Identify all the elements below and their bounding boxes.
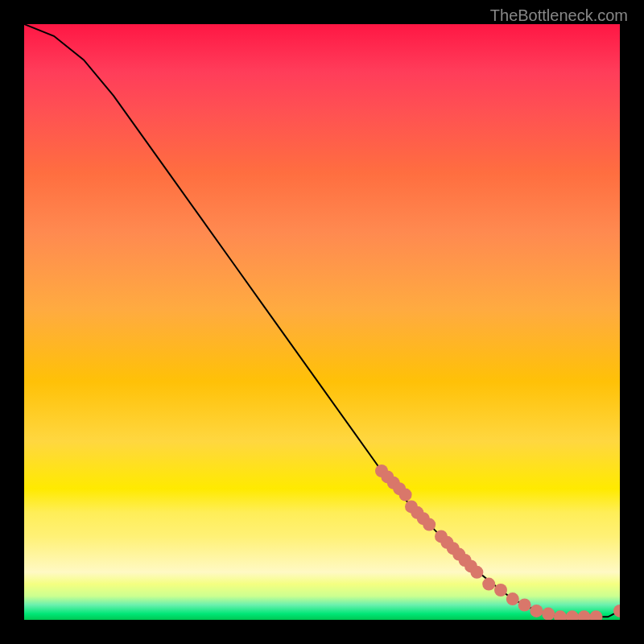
data-marker [387,477,400,489]
data-marker [518,599,531,612]
data-marker [381,470,394,483]
data-marker [452,548,465,561]
data-marker [542,608,555,620]
bottleneck-curve [24,24,620,617]
data-marker [411,506,423,519]
data-marker [435,530,448,543]
data-marker [405,500,418,513]
data-marker [589,610,602,620]
data-marker [447,542,460,555]
data-marker [482,578,495,591]
data-marker [464,559,477,572]
data-marker [494,584,507,597]
watermark-text: TheBottleneck.com [490,6,628,25]
data-marker [423,518,436,531]
data-marker [578,610,591,620]
data-marker [554,610,567,620]
data-marker [375,464,388,477]
data-marker [613,605,620,617]
data-marker [566,610,579,620]
plot-gradient-background [24,24,620,620]
data-marker [459,554,472,567]
data-marker [399,489,412,502]
data-marker [393,482,406,495]
data-marker [470,566,483,579]
data-marker [417,512,430,525]
data-marker [440,536,453,549]
chart-svg [24,24,620,620]
data-marker [530,605,543,617]
data-markers [375,464,620,620]
data-marker [506,592,519,605]
chart-container: TheBottleneck.com [0,0,644,644]
